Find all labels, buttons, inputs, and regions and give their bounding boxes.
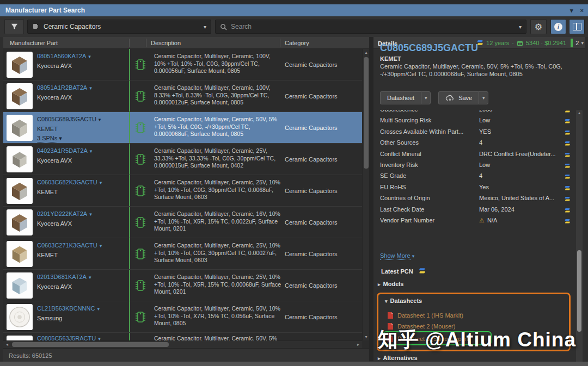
datasheet-button[interactable]: Datasheet (380, 91, 421, 104)
table-row[interactable]: CL21B563KBCNNNC▾ Samsung Ceramic Capacit… (3, 301, 362, 333)
save-button[interactable]: Save (438, 91, 479, 104)
part-description: Ceramic Capacitor, Multilayer, Ceramic, … (154, 305, 281, 327)
spns-link[interactable]: 3 SPNs ▾ (37, 135, 128, 142)
parameter-row: Last Check DateMar 06, 2024 (380, 204, 572, 215)
info-button[interactable]: i (550, 19, 566, 34)
details-vertical-scrollbar[interactable]: ▴ ▾ (576, 110, 583, 366)
siliconexpert-icon (563, 130, 571, 136)
part-number-link[interactable]: 02013D681KAT2A▾ (37, 274, 128, 280)
details-description: Ceramic Capacitor, Multilayer, Ceramic, … (380, 63, 577, 78)
datasheet-link-3[interactable]: Datasheet 3 (SiliconExpert) (387, 335, 470, 343)
settings-button[interactable]: ⚙ (530, 19, 547, 34)
lifecycle-bar (129, 49, 130, 80)
section-datasheets[interactable]: ▾Datasheets (385, 297, 422, 304)
parameter-row: Vendor Part Number⚠N/A (380, 215, 572, 226)
chevron-down-icon: ▾ (385, 299, 388, 304)
search-input[interactable] (231, 23, 519, 30)
part-number-link[interactable]: 08051A1R2BAT2A▾ (37, 84, 128, 91)
chevron-down-icon: ▾ (98, 336, 101, 340)
datasheet-link-2[interactable]: Datasheet 2 (Mouser) (387, 322, 455, 330)
parameter-row: Multi Sourcing RiskLow (380, 115, 572, 126)
part-category: Ceramic Capacitors (285, 251, 358, 257)
table-row[interactable]: 0201YD222KAT2A▾ Kyocera AVX Ceramic Capa… (3, 207, 362, 238)
part-number-link[interactable]: C0603C682K3GACTU▾ (37, 179, 128, 185)
parameter-row: SE Grade4 (380, 170, 572, 181)
part-category: Ceramic Capacitors (285, 125, 358, 131)
chip-icon (134, 90, 146, 105)
show-more-link[interactable]: Show More▾ (380, 252, 414, 259)
part-number-link[interactable]: 0201YD222KAT2A▾ (37, 210, 128, 217)
chevron-down-icon: ▾ (99, 117, 101, 122)
panel-splitter[interactable] (369, 37, 373, 361)
part-number-link[interactable]: 04023A1R5DAT2A▾ (37, 147, 128, 154)
siliconexpert-icon (563, 110, 571, 114)
column-header-category[interactable]: Category (285, 37, 309, 49)
part-number-link[interactable]: 08051A560KAT2A▾ (37, 53, 128, 59)
datasheet-link-1[interactable]: Datasheet 1 (IHS Markit) (387, 312, 463, 319)
scrollbar-thumb[interactable] (12, 342, 169, 347)
part-thumbnail (7, 272, 33, 299)
table-row[interactable]: C0805C563J5RACTU▾ Ceramic Capacitor, Mul… (3, 333, 362, 340)
part-description: Ceramic Capacitor, Multilayer, Ceramic, … (154, 274, 281, 296)
table-row[interactable]: C0603C271K3GACTU▾ KEMET Ceramic Capacito… (3, 238, 362, 270)
scrollbar-thumb[interactable] (364, 57, 369, 169)
table-row-selected[interactable]: C0805C689J5GACTU▾ KEMET 3 SPNs ▾ Ceramic… (3, 112, 362, 144)
search-history-caret-icon[interactable]: ▾ (519, 24, 522, 30)
table-row[interactable]: 08051A1R2BAT2A▾ Kyocera AVX Ceramic Capa… (3, 80, 362, 112)
category-dropdown[interactable]: Ceramic Capacitors ▾ (27, 20, 211, 34)
chevron-down-icon: ▾ (100, 180, 102, 185)
manufacturer-label: KEMET (37, 189, 128, 195)
table-row[interactable]: 04023A1R5DAT2A▾ Kyocera AVX Ceramic Capa… (3, 144, 362, 175)
panel-layout-button[interactable] (569, 19, 585, 34)
table-horizontal-scrollbar[interactable]: ◂ ▸ (3, 340, 362, 348)
part-category: Ceramic Capacitors (285, 156, 358, 163)
section-alternatives[interactable]: ▸Alternatives (378, 355, 418, 361)
supplier-count-dropdown[interactable]: 2 ▾ (571, 37, 584, 49)
save-caret-icon[interactable]: ▾ (479, 91, 488, 104)
table-vertical-scrollbar[interactable]: ▴ ▾ (362, 49, 369, 340)
lifecycle-bar (129, 144, 130, 175)
part-thumbnail (7, 241, 33, 267)
part-thumbnail (7, 146, 33, 172)
part-thumbnail (7, 209, 33, 235)
section-latest-pcn[interactable]: Latest PCN (381, 268, 426, 275)
table-row[interactable]: 02013D681KAT2A▾ Kyocera AVX Ceramic Capa… (3, 270, 362, 301)
siliconexpert-icon (563, 174, 571, 180)
close-icon[interactable]: × (580, 7, 584, 14)
scrollbar-thumb[interactable] (577, 250, 581, 332)
siliconexpert-icon (563, 119, 571, 125)
part-thumbnail (7, 178, 33, 204)
table-row[interactable]: 08051A560KAT2A▾ Kyocera AVX Ceramic Capa… (3, 49, 362, 80)
chevron-down-icon: ▾ (97, 306, 100, 312)
column-header-description[interactable]: Description (151, 37, 181, 49)
search-icon (220, 23, 227, 30)
filter-button[interactable] (4, 19, 24, 34)
part-category: Ceramic Capacitors (285, 93, 358, 100)
part-number-link[interactable]: C0603C271K3GACTU▾ (37, 242, 128, 249)
section-models[interactable]: ▸Models (378, 281, 403, 287)
scroll-left-icon[interactable]: ◂ (3, 341, 11, 349)
scroll-right-icon[interactable]: ▸ (354, 341, 362, 349)
split-panels-icon (573, 23, 581, 30)
part-number-link[interactable]: CL21B563KBCNNNC▾ (37, 305, 128, 312)
chevron-down-icon: ▾ (59, 135, 62, 141)
save-split-button: Save ▾ (438, 91, 488, 104)
part-number-link[interactable]: C0805C563J5RACTU▾ (37, 335, 128, 340)
chevron-right-icon: ▸ (378, 282, 381, 287)
table-row[interactable]: C0603C682K3GACTU▾ KEMET Ceramic Capacito… (3, 175, 362, 207)
part-description: Ceramic Capacitor, Multilayer, Ceramic, … (154, 335, 281, 340)
scroll-up-icon[interactable]: ▴ (576, 110, 583, 116)
parameter-row: EU RoHSYes (380, 182, 572, 193)
manufacturer-label: KEMET (37, 126, 128, 132)
parameter-row: Inventory RiskLow (380, 159, 572, 170)
details-part-number[interactable]: C0805C689J5GACTU (380, 42, 478, 54)
column-header-manufacturer-part[interactable]: Manufacturer Part (10, 37, 58, 49)
part-number-link[interactable]: C0805C689J5GACTU▾ (37, 116, 128, 122)
datasheet-caret-icon[interactable]: ▾ (421, 91, 431, 104)
panel-menu-caret-icon[interactable]: ▾ (570, 7, 573, 14)
datasheet-split-button: Datasheet ▾ (380, 91, 431, 104)
manufacturer-label: KEMET (37, 252, 128, 258)
supplier-count: 2 (575, 37, 579, 49)
siliconexpert-icon (563, 141, 571, 147)
window-edge (0, 362, 588, 366)
